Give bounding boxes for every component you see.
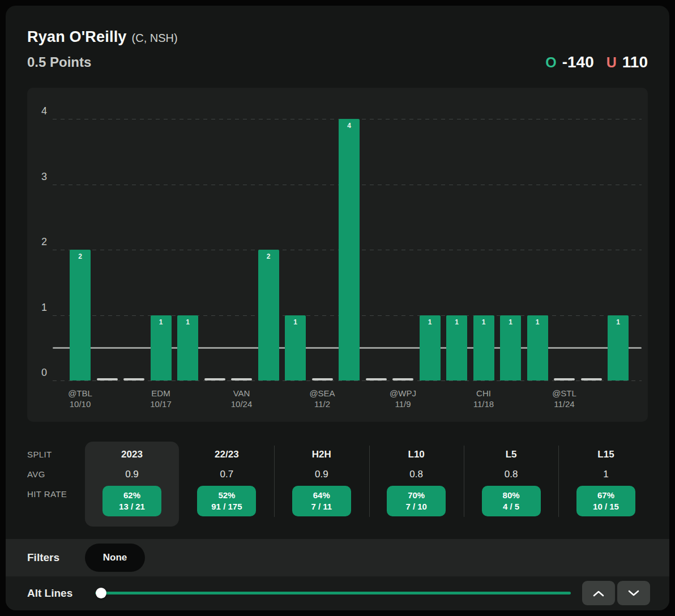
bar-value-label: 1 (616, 318, 620, 381)
bar-value-label: 4 (347, 122, 351, 380)
split-name: 22/23 (180, 449, 273, 460)
bar-value-label: 1 (482, 318, 486, 381)
game-bar[interactable]: 4 (339, 119, 360, 380)
odds-display: O -140 U 110 (545, 53, 648, 71)
x-tick-team: CHI (473, 388, 494, 399)
split-column-l15[interactable]: L15167%10 / 15 (559, 433, 652, 516)
game-bar-zero[interactable] (554, 378, 575, 380)
filters-bar: Filters None (6, 539, 669, 576)
x-tick-date: 11/2 (309, 399, 335, 409)
game-bar[interactable]: 2 (70, 250, 91, 380)
split-column-l5[interactable]: L50.880%4 / 5 (465, 433, 558, 516)
game-bar[interactable]: 1 (500, 315, 521, 381)
bar-value-label: 1 (509, 318, 512, 381)
bar-value-label: 2 (78, 253, 82, 380)
slider-track[interactable] (95, 592, 571, 594)
x-tick-date: 11/24 (552, 399, 576, 409)
x-tick-team: @TBL (68, 388, 92, 399)
chevron-down-icon (628, 590, 639, 597)
hit-rate-fraction: 7 / 10 (394, 501, 439, 512)
bar-value-label: 1 (536, 318, 540, 381)
bar-value-label: 1 (293, 318, 297, 381)
over-odds: -140 (562, 53, 594, 71)
x-tick-team: @SEA (309, 388, 335, 399)
game-bar[interactable]: 1 (608, 315, 629, 381)
game-bar-zero[interactable] (231, 378, 252, 380)
y-axis-label: 3 (27, 171, 53, 182)
split-name: H2H (275, 449, 368, 460)
under-odds: 110 (622, 53, 648, 71)
game-bar-zero[interactable] (392, 378, 413, 380)
x-tick-date: 11/18 (473, 399, 494, 409)
alt-line-up-button[interactable] (582, 581, 615, 605)
game-bar[interactable]: 1 (527, 315, 548, 381)
game-bar[interactable]: 1 (446, 315, 467, 381)
hit-rate-badge: 67%10 / 15 (576, 486, 635, 516)
game-bar[interactable]: 1 (420, 315, 441, 381)
gridline (53, 380, 642, 381)
game-bar-zero[interactable] (97, 378, 118, 380)
x-axis-label: CHI11/18 (473, 388, 494, 409)
avg-value: 0.7 (180, 469, 273, 480)
alt-line-down-button[interactable] (617, 581, 650, 605)
card-header: Ryan O'Reilly (C, NSH) (27, 28, 178, 46)
split-name: L5 (465, 449, 558, 460)
hit-rate-fraction: 7 / 11 (299, 501, 344, 512)
x-tick-team: EDM (150, 388, 172, 399)
hit-rate-fraction: 10 / 15 (583, 501, 629, 512)
hit-rate-fraction: 13 / 21 (109, 501, 155, 512)
game-bar[interactable]: 1 (285, 315, 306, 381)
x-axis-label: EDM10/17 (150, 388, 172, 409)
x-axis-label: @SEA11/2 (309, 388, 335, 409)
x-axis-label: VAN10/24 (231, 388, 253, 409)
avg-value: 1 (559, 469, 652, 480)
x-axis-label: @TBL10/10 (68, 388, 92, 409)
split-column-h2h[interactable]: H2H0.964%7 / 11 (275, 433, 368, 516)
game-bar[interactable]: 2 (258, 250, 279, 380)
split-column-l10[interactable]: L100.870%7 / 10 (370, 433, 463, 516)
game-bar[interactable]: 1 (151, 315, 172, 381)
game-bar-zero[interactable] (366, 378, 387, 380)
hit-rate-badge: 64%7 / 11 (292, 486, 351, 516)
x-tick-date: 11/9 (390, 399, 416, 409)
split-name: L10 (370, 449, 463, 460)
game-bar-zero[interactable] (123, 378, 144, 380)
game-bar[interactable]: 1 (473, 315, 494, 381)
game-bar-zero[interactable] (312, 378, 333, 380)
x-tick-date: 10/24 (231, 399, 253, 409)
x-tick-team: VAN (231, 388, 253, 399)
alt-lines-slider[interactable] (95, 576, 571, 610)
split-columns: 20230.962%13 / 2122/230.752%91 / 175H2H0… (6, 433, 669, 529)
player-position-team: (C, NSH) (132, 32, 178, 45)
under-indicator-icon: U (606, 54, 617, 71)
game-bar[interactable]: 1 (177, 315, 198, 381)
game-bar-zero[interactable] (581, 378, 602, 380)
avg-value: 0.8 (465, 469, 558, 480)
game-bar-zero[interactable] (204, 378, 225, 380)
hit-rate-fraction: 91 / 175 (204, 501, 249, 512)
split-name: 2023 (86, 449, 178, 460)
x-tick-date: 10/10 (68, 399, 92, 409)
hit-rate-badge: 52%91 / 175 (197, 486, 256, 516)
player-prop-card: Ryan O'Reilly (C, NSH) 0.5 Points O -140… (6, 6, 669, 610)
filter-none-pill[interactable]: None (85, 544, 145, 572)
alt-lines-bar: Alt Lines (6, 576, 669, 610)
y-axis-label: 0 (27, 367, 53, 378)
x-axis-label: @STL11/24 (552, 388, 576, 409)
x-tick-date: 10/17 (150, 399, 172, 409)
hit-rate-pct: 80% (489, 490, 534, 501)
hit-rate-fraction: 4 / 5 (489, 501, 534, 512)
points-bar-chart: 01234211214111111@TBL10/10EDM10/17VAN10/… (27, 88, 648, 422)
bar-value-label: 1 (455, 318, 459, 381)
split-column-2223[interactable]: 22/230.752%91 / 175 (180, 433, 273, 516)
slider-thumb[interactable] (96, 588, 106, 598)
y-axis-label: 1 (27, 302, 53, 313)
hit-rate-pct: 70% (394, 490, 439, 501)
split-column-2023[interactable]: 20230.962%13 / 21 (86, 433, 178, 516)
splits-stats-section: SPLIT AVG HIT RATE 20230.962%13 / 2122/2… (6, 433, 669, 529)
x-tick-team: @WPJ (390, 388, 416, 399)
avg-value: 0.9 (86, 469, 178, 480)
over-indicator-icon: O (545, 54, 556, 71)
alt-lines-label: Alt Lines (27, 587, 72, 600)
hit-rate-pct: 67% (583, 490, 629, 501)
